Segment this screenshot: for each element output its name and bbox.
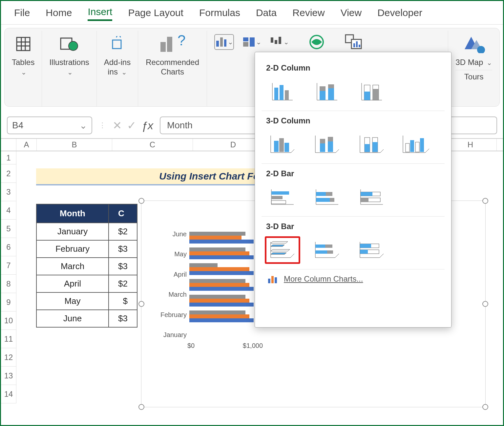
y-tick: June — [158, 230, 187, 238]
col-h[interactable]: H — [444, 139, 497, 151]
addins-icon — [109, 34, 125, 54]
svg-rect-65 — [316, 192, 326, 196]
resize-handle[interactable] — [138, 198, 144, 204]
svg-rect-42 — [373, 89, 379, 100]
3d-100-stacked-bar[interactable] — [354, 236, 389, 264]
cancel-icon[interactable]: ✕ — [113, 119, 122, 132]
resize-handle[interactable] — [138, 404, 144, 410]
svg-rect-11 — [220, 37, 223, 47]
recommended-charts-label: Recommended Charts — [145, 58, 200, 77]
svg-rect-55 — [410, 140, 414, 152]
100-stacked-bar[interactable] — [354, 183, 389, 211]
svg-rect-36 — [328, 84, 334, 88]
row-9[interactable]: 9 — [1, 293, 16, 311]
3d-stacked-column[interactable] — [309, 131, 345, 158]
resize-handle[interactable] — [482, 198, 488, 204]
row-8[interactable]: 8 — [1, 275, 16, 293]
section-3d-bar: 3-D Bar — [266, 222, 440, 231]
tab-data[interactable]: Data — [256, 5, 277, 20]
svg-rect-54 — [406, 143, 410, 152]
tab-view[interactable]: View — [341, 5, 362, 20]
y-tick: March — [158, 291, 187, 298]
waterfall-chart-button[interactable] — [269, 34, 289, 50]
row-13[interactable]: 13 — [1, 367, 16, 385]
100-stacked-column[interactable] — [354, 78, 389, 105]
fx-icon[interactable]: ƒx — [141, 119, 153, 132]
name-box[interactable]: B4 ⌄ — [7, 117, 92, 134]
svg-rect-48 — [328, 141, 333, 152]
hierarchy-chart-button[interactable] — [242, 34, 262, 50]
svg-rect-16 — [271, 37, 273, 43]
data-table: Month C January$2 February$3 March$3 Apr… — [36, 204, 137, 328]
resize-handle[interactable] — [482, 404, 488, 410]
svg-rect-62 — [271, 201, 286, 204]
maps-button[interactable] — [307, 34, 326, 50]
resize-handle[interactable] — [138, 301, 144, 307]
row-2[interactable]: 2 — [1, 164, 16, 183]
tab-formulas[interactable]: Formulas — [199, 5, 240, 20]
row-10[interactable]: 10 — [1, 311, 16, 330]
row-4[interactable]: 4 — [1, 201, 16, 220]
tab-file[interactable]: File — [14, 5, 30, 20]
ribbon-group-tables[interactable]: Tables — [5, 31, 42, 106]
header-col2: C — [109, 204, 137, 223]
table-row: February$3 — [36, 240, 137, 258]
svg-rect-23 — [356, 41, 358, 47]
svg-rect-44 — [279, 138, 284, 152]
pivotchart-button[interactable] — [344, 34, 364, 50]
more-charts-label: More Column Charts... — [284, 274, 363, 284]
svg-rect-47 — [320, 139, 325, 143]
row-14[interactable]: 14 — [1, 385, 16, 403]
svg-rect-34 — [320, 86, 326, 91]
table-row: April$2 — [36, 275, 137, 292]
svg-rect-74 — [361, 198, 368, 202]
ribbon-group-recommended-charts[interactable]: ? Recommended Charts — [138, 31, 207, 106]
svg-rect-29 — [280, 85, 284, 100]
svg-rect-76 — [360, 244, 371, 248]
more-column-charts[interactable]: More Column Charts... — [262, 269, 445, 288]
name-box-value: B4 — [12, 120, 23, 131]
ribbon-tabs: File Home Insert Page Layout Formulas Da… — [1, 1, 503, 25]
tab-insert[interactable]: Insert — [88, 4, 112, 21]
svg-rect-67 — [316, 198, 330, 202]
row-1[interactable]: 1 — [1, 151, 16, 164]
svg-rect-15 — [250, 37, 255, 47]
tours-label: Tours — [455, 70, 492, 81]
svg-rect-68 — [330, 198, 334, 202]
row-12[interactable]: 12 — [1, 348, 16, 367]
row-6[interactable]: 6 — [1, 238, 16, 256]
column-chart-button[interactable] — [214, 34, 234, 50]
row-11[interactable]: 11 — [1, 330, 16, 348]
3d-stacked-bar[interactable] — [309, 236, 345, 264]
ribbon-group-illustrations[interactable]: Illustrations — [42, 31, 96, 106]
svg-rect-14 — [243, 42, 248, 47]
col-b[interactable]: B — [37, 139, 112, 151]
tab-home[interactable]: Home — [46, 5, 72, 20]
row-3[interactable]: 3 — [1, 183, 16, 201]
enter-icon[interactable]: ✓ — [127, 119, 136, 132]
tab-page-layout[interactable]: Page Layout — [128, 5, 183, 20]
col-a[interactable]: A — [16, 139, 37, 151]
y-tick: February — [158, 311, 187, 319]
svg-rect-33 — [320, 91, 326, 100]
svg-rect-28 — [274, 88, 278, 100]
resize-handle[interactable] — [482, 301, 488, 307]
ribbon-group-3d-map[interactable]: 3D Map Tours — [448, 31, 499, 106]
row-5[interactable]: 5 — [1, 220, 16, 238]
section-2d-bar: 2-D Bar — [266, 169, 440, 178]
clustered-column[interactable] — [265, 78, 300, 105]
3d-100-stacked-column[interactable] — [354, 131, 389, 158]
stacked-column[interactable] — [309, 78, 345, 105]
row-7[interactable]: 7 — [1, 256, 16, 275]
tab-review[interactable]: Review — [292, 5, 325, 20]
y-tick: January — [158, 331, 187, 339]
tab-developer[interactable]: Developer — [377, 5, 422, 20]
clustered-bar[interactable] — [265, 183, 300, 211]
formula-value: Month — [167, 120, 193, 131]
3d-clustered-bar[interactable] — [265, 236, 300, 264]
col-c[interactable]: C — [112, 139, 193, 151]
3d-clustered-column[interactable] — [265, 131, 300, 158]
stacked-bar[interactable] — [309, 183, 345, 211]
3d-column[interactable] — [399, 131, 434, 158]
ribbon-group-addins[interactable]: Add-insins — [97, 31, 138, 106]
